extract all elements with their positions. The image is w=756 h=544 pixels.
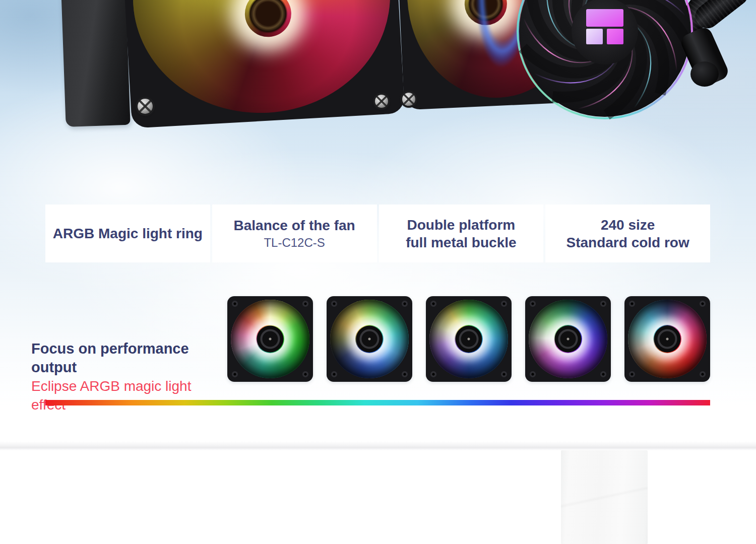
screw-icon [138,99,153,114]
feature-box-text: Balance of the fan [234,217,355,234]
showcase-subheading: Eclipse ARGB magic light effect [31,377,228,414]
radiator [61,0,130,127]
argb-fan-blue-violet-magenta [525,296,611,382]
feature-box-argb-ring: ARGB Magic light ring [45,205,210,262]
feature-box-fan-balance: Balance of the fan TL-C12C-S [212,205,377,262]
fan-glow [429,300,508,378]
argb-fan-green-red [227,296,313,382]
fan-glow [529,300,607,378]
next-section-product-edge [561,450,648,544]
feature-box-text: 240 size [601,216,655,234]
pump-head [504,0,706,151]
argb-fan-green-cyan-blue [426,296,512,382]
page-canvas: ARGB Magic light ring Balance of the fan… [0,0,756,544]
fan-glow [330,300,409,378]
feature-box-text: ARGB Magic light ring [53,225,203,242]
feature-box-240-size: 240 size Standard cold row [545,205,710,262]
argb-fan-magenta-red-cyan [624,296,710,382]
argb-fan-green-blue [327,296,412,382]
feature-box-metal-buckle: Double platform full metal buckle [379,205,544,262]
tube-fitting-cap [690,61,719,87]
argb-fan-row [227,296,710,382]
showcase-heading: Focus on performance output [31,339,228,377]
hero-argb-fan-left [118,0,405,128]
fan-glow [628,300,707,378]
screw-icon [375,95,388,108]
screw-icon [402,93,415,106]
rainbow-divider [45,400,710,405]
section-divider [0,441,756,450]
feature-box-row: ARGB Magic light ring Balance of the fan… [45,205,710,262]
feature-box-subtext: TL-C12C-S [264,234,325,251]
feature-box-text: full metal buckle [406,234,516,251]
fan-glow [231,300,309,378]
feature-box-text: Standard cold row [566,234,689,251]
feature-box-text: Double platform [407,216,516,234]
